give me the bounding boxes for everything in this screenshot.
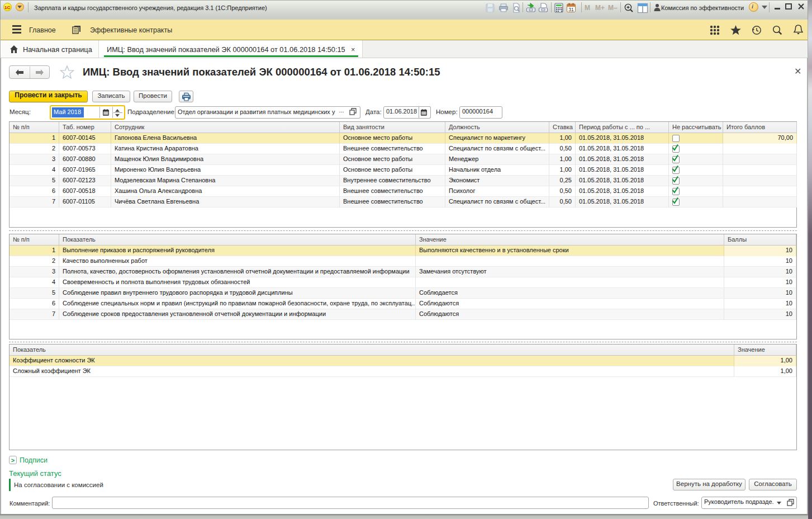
svg-text:31: 31 — [568, 7, 574, 12]
